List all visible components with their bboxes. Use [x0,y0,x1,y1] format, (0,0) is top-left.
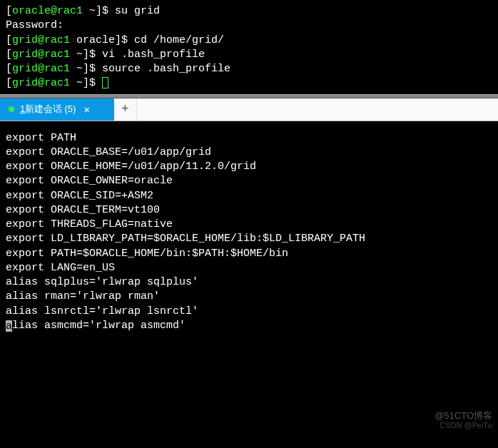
editor-line: alias lsnrctl='rlwrap lsnrctl' [6,305,492,319]
editor-line: export THREADS_FLAG=native [6,218,492,232]
terminal-line: [grid@rac1 ~]$ [6,76,492,91]
status-dot-icon [9,106,14,112]
command-text: cd /home/grid/ [134,34,224,46]
terminal-editor[interactable]: export PATH export ORACLE_BASE=/u01/app/… [0,121,498,435]
editor-line: alias sqlplus='rlwrap sqlplus' [6,275,492,290]
editor-line: export PATH [6,131,492,146]
editor-line: export PATH=$ORACLE_HOME/bin:$PATH:$HOME… [6,247,492,261]
terminal-line: [grid@rac1 ~]$ source .bash_profile [6,62,492,76]
prompt-bracket: [ [6,5,12,17]
cursor-icon: a [6,320,12,332]
prompt-userhost: grid@rac1 [12,49,70,61]
tab-bar: 1 新建会话 (5) × + [0,98,498,121]
editor-line: export ORACLE_OWNER=oracle [6,174,492,188]
terminal-top[interactable]: [oracle@rac1 ~]$ su grid Password: [grid… [0,0,498,94]
prompt-rest: ~]$ [83,5,115,17]
tab-label: 1 新建会话 (5) [20,103,76,116]
terminal-line: [grid@rac1 oracle]$ cd /home/grid/ [6,34,492,48]
terminal-line: [oracle@rac1 ~]$ su grid [6,4,492,19]
editor-line: export LD_LIBRARY_PATH=$ORACLE_HOME/lib:… [6,232,492,246]
prompt-userhost: oracle@rac1 [12,5,83,17]
editor-line: alias rman='rlwrap rman' [6,290,492,304]
cursor-icon [102,77,108,88]
editor-line: export ORACLE_TERM=vt100 [6,203,492,218]
prompt-userhost: grid@rac1 [12,34,70,46]
prompt-userhost: grid@rac1 [12,77,70,89]
watermark-text: @51CTO博客 [435,410,492,422]
editor-line: export LANG=en_US [6,261,492,275]
watermark: @51CTO博客 CSDN @PeiTu [435,410,492,431]
terminal-line: Password: [6,19,492,33]
terminal-line: [grid@rac1 ~]$ vi .bash_profile [6,48,492,62]
prompt-userhost: grid@rac1 [12,63,70,75]
watermark-text: CSDN @PeiTu [435,421,492,430]
close-tab-button[interactable]: × [81,103,92,116]
editor-line: export ORACLE_SID=+ASM2 [6,189,492,203]
command-text: vi .bash_profile [102,49,205,61]
command-text: source .bash_profile [102,63,230,75]
editor-line: export ORACLE_HOME=/u01/app/11.2.0/grid [6,160,492,174]
command-text: su grid [115,5,160,17]
plus-icon: + [121,102,129,116]
editor-line: export ORACLE_BASE=/u01/app/grid [6,146,492,160]
add-tab-button[interactable]: + [114,98,137,121]
tab-session-1[interactable]: 1 新建会话 (5) × [0,98,114,121]
editor-line-cursor: alias asmcmd='rlwrap asmcmd' [6,319,492,333]
